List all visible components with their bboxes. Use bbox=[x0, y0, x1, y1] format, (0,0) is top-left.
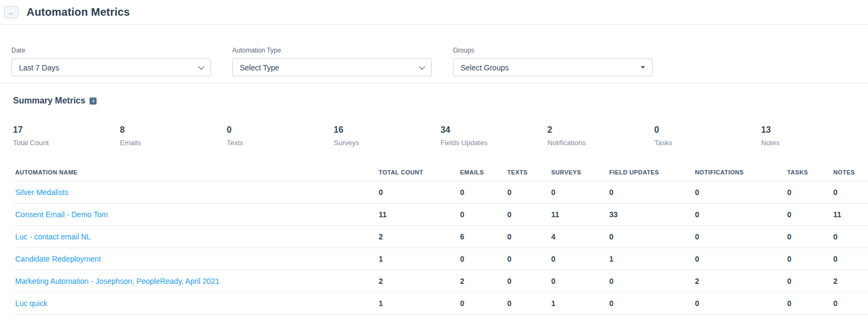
chevron-down-icon bbox=[419, 63, 425, 69]
table-cell: 0 bbox=[787, 299, 833, 308]
groups-select[interactable]: Select Groups bbox=[453, 59, 653, 76]
column-header: NOTIFICATIONS bbox=[695, 169, 787, 176]
table-cell: 0 bbox=[460, 188, 507, 197]
filter-groups-label: Groups bbox=[453, 47, 653, 54]
metric-value: 34 bbox=[441, 125, 547, 135]
summary-metrics-row: 17Total Count8Emails0Texts16Surveys34Fie… bbox=[13, 125, 868, 147]
table-cell: 2 bbox=[833, 277, 868, 285]
filter-date: Date Last 7 Days bbox=[11, 47, 211, 83]
table-cell: 0 bbox=[695, 299, 787, 308]
table-cell: 0 bbox=[507, 277, 551, 285]
metric-label: Tasks bbox=[654, 139, 761, 147]
caret-down-icon bbox=[641, 66, 645, 69]
table-cell: 0 bbox=[609, 277, 695, 285]
table-cell: 2 bbox=[695, 277, 787, 285]
table-cell: 0 bbox=[787, 232, 833, 241]
automation-name-cell: Luc - contact email NL bbox=[15, 232, 379, 242]
automation-name-link[interactable]: Luc quick bbox=[15, 299, 47, 308]
column-header: TOTAL COUNT bbox=[379, 169, 460, 176]
table-cell: 1 bbox=[379, 299, 460, 308]
table-row: Candidate Redeployment10001000 bbox=[13, 248, 868, 270]
metric-value: 8 bbox=[120, 125, 227, 135]
automation-type-value: Select Type bbox=[240, 63, 279, 72]
table-cell: 11 bbox=[833, 210, 868, 219]
table-cell: 0 bbox=[695, 232, 787, 241]
automation-name-cell: Candidate Redeployment bbox=[15, 254, 379, 264]
table-cell: 2 bbox=[379, 277, 460, 285]
table-cell: 1 bbox=[551, 299, 609, 308]
table-row: Marketing Automation - Josephson, People… bbox=[13, 270, 868, 293]
automation-name-link[interactable]: Marketing Automation - Josephson, People… bbox=[15, 277, 219, 285]
table-cell: 0 bbox=[609, 232, 695, 241]
summary-metric: 0Tasks bbox=[654, 125, 761, 147]
table-cell: 0 bbox=[787, 255, 833, 263]
table-row: Luc quick10010000 bbox=[13, 293, 868, 315]
date-filter-select[interactable]: Last 7 Days bbox=[11, 59, 211, 76]
filter-groups: Groups Select Groups bbox=[453, 47, 653, 83]
metric-label: Notifications bbox=[547, 139, 654, 147]
metric-value: 13 bbox=[761, 125, 868, 135]
automation-name-cell: Consent Email - Demo Tom bbox=[15, 210, 379, 219]
table-cell: 0 bbox=[609, 188, 695, 197]
table-cell: 0 bbox=[460, 299, 507, 308]
groups-value: Select Groups bbox=[461, 63, 509, 72]
automation-name-link[interactable]: Silver Medalists bbox=[15, 188, 68, 197]
table-cell: 0 bbox=[833, 232, 868, 241]
table-cell: 0 bbox=[695, 188, 787, 197]
table-cell: 0 bbox=[379, 188, 460, 197]
metric-value: 16 bbox=[334, 125, 441, 135]
table-cell: 0 bbox=[507, 255, 551, 263]
table-row: Luc - contact email NL26040000 bbox=[13, 226, 868, 248]
summary-title-row: Summary Metrics i bbox=[13, 96, 868, 106]
metric-value: 17 bbox=[13, 125, 120, 135]
table-header-row: AUTOMATION NAMETOTAL COUNTEMAILSTEXTSSUR… bbox=[13, 163, 868, 181]
chevron-down-icon bbox=[198, 63, 204, 69]
table-cell: 11 bbox=[551, 210, 609, 219]
automation-name-cell: Marketing Automation - Josephson, People… bbox=[15, 276, 379, 286]
filter-automation-type: Automation Type Select Type bbox=[232, 47, 432, 83]
back-button[interactable]: ← bbox=[4, 6, 18, 18]
filters-row: Date Last 7 Days Automation Type Select … bbox=[0, 25, 868, 83]
metric-label: Notes bbox=[761, 139, 868, 147]
column-header: FIELD UPDATES bbox=[609, 169, 695, 176]
filter-automation-type-label: Automation Type bbox=[232, 47, 432, 54]
table-cell: 0 bbox=[695, 210, 787, 219]
table-cell: 0 bbox=[787, 277, 833, 285]
automation-name-link[interactable]: Consent Email - Demo Tom bbox=[15, 210, 108, 219]
info-icon[interactable]: i bbox=[90, 98, 97, 105]
filter-date-label: Date bbox=[11, 47, 211, 54]
metric-value: 0 bbox=[654, 125, 761, 135]
automation-table: AUTOMATION NAMETOTAL COUNTEMAILSTEXTSSUR… bbox=[13, 163, 868, 315]
table-cell: 1 bbox=[379, 255, 460, 263]
table-cell: 2 bbox=[460, 277, 507, 285]
summary-metric: 0Texts bbox=[227, 125, 334, 147]
table-cell: 0 bbox=[460, 255, 507, 263]
automation-name-link[interactable]: Candidate Redeployment bbox=[15, 255, 101, 263]
automation-name-cell: Silver Medalists bbox=[15, 187, 379, 197]
table-cell: 0 bbox=[551, 277, 609, 285]
page-title: Automation Metrics bbox=[27, 6, 130, 18]
date-filter-value: Last 7 Days bbox=[19, 63, 59, 72]
table-cell: 0 bbox=[551, 188, 609, 197]
table-cell: 0 bbox=[833, 255, 868, 263]
column-header: EMAILS bbox=[460, 169, 507, 176]
table-cell: 33 bbox=[609, 210, 695, 219]
table-row: Silver Medalists00000000 bbox=[13, 181, 868, 204]
table-cell: 0 bbox=[787, 188, 833, 197]
table-cell: 11 bbox=[379, 210, 460, 219]
table-cell: 0 bbox=[551, 255, 609, 263]
summary-title: Summary Metrics bbox=[13, 96, 85, 106]
table-cell: 4 bbox=[551, 232, 609, 241]
metric-label: Surveys bbox=[334, 139, 441, 147]
table-cell: 0 bbox=[695, 255, 787, 263]
automation-type-select[interactable]: Select Type bbox=[232, 59, 432, 76]
summary-metrics-card: Summary Metrics i 17Total Count8Emails0T… bbox=[0, 83, 868, 315]
table-cell: 0 bbox=[833, 188, 868, 197]
table-cell: 0 bbox=[609, 299, 695, 308]
metric-label: Emails bbox=[120, 139, 227, 147]
summary-metric: 16Surveys bbox=[334, 125, 441, 147]
table-body: Silver Medalists00000000Consent Email - … bbox=[13, 181, 868, 315]
table-cell: 0 bbox=[460, 210, 507, 219]
automation-name-link[interactable]: Luc - contact email NL bbox=[15, 232, 91, 241]
table-cell: 0 bbox=[507, 232, 551, 241]
